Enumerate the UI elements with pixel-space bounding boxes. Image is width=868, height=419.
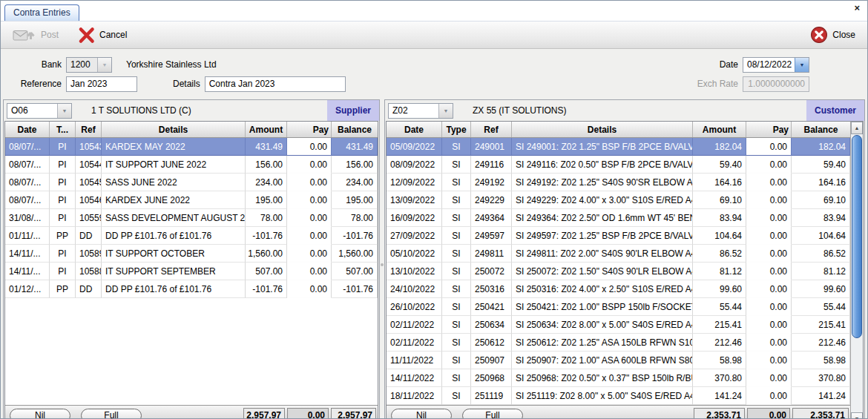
pay-cell[interactable]: 0.00: [746, 245, 792, 263]
pay-cell[interactable]: 0.00: [287, 263, 332, 280]
pay-cell[interactable]: 0.00: [746, 280, 792, 298]
column-header-balance[interactable]: Balance: [332, 122, 378, 137]
table-row[interactable]: 26/10/2022 SI 250421 SI 250421: Z02 1.00…: [387, 298, 850, 316]
pay-cell[interactable]: 0.00: [746, 369, 792, 387]
scrollbar-thumb[interactable]: [852, 135, 862, 338]
pay-cell[interactable]: 0.00: [746, 156, 792, 174]
table-row[interactable]: 08/07/... PI 10543 KARDEX MAY 2022 431.4…: [5, 138, 378, 156]
table-row[interactable]: 14/11/... PI 10588 IT SUPPORT SEPTEMBER …: [5, 263, 378, 280]
table-row[interactable]: 08/09/2022 SI 249116 SI 249116: Z02 0.50…: [387, 156, 850, 174]
window-close-icon[interactable]: ×: [854, 2, 860, 13]
table-row[interactable]: 31/08/... PI 10559 SASS DEVELOPMENT AUGU…: [5, 209, 378, 227]
table-row[interactable]: 02/11/2022 SI 250634 SI 250634: Z02 8.00…: [387, 316, 850, 334]
pay-cell[interactable]: 0.00: [746, 298, 792, 316]
pay-cell[interactable]: 0.00: [746, 316, 792, 334]
column-header-details[interactable]: Details: [102, 122, 246, 137]
ref-cell: 250316: [471, 280, 512, 298]
table-row[interactable]: 12/09/2022 SI 249192 SI 249192: Z02 1.25…: [387, 174, 850, 191]
date-picker[interactable]: 08/12/2022 ▼: [743, 57, 809, 73]
customer-account-combo[interactable]: Z02 ▼: [388, 103, 453, 119]
pay-cell[interactable]: 0.00: [746, 387, 792, 405]
pay-cell[interactable]: 0.00: [746, 263, 792, 280]
table-row[interactable]: 13/10/2022 SI 250072 SI 250072: Z02 1.50…: [387, 263, 850, 280]
table-row[interactable]: 01/12/... PP DD DD PP £101.76 of £101.76…: [5, 280, 378, 298]
table-row[interactable]: 11/11/2022 SI 250907 SI 250907: Z02 1.00…: [387, 352, 850, 369]
table-row[interactable]: 08/07/... PI 10545 SASS JUNE 2022 234.00…: [5, 174, 378, 191]
close-button[interactable]: Close: [806, 24, 860, 45]
cancel-button[interactable]: Cancel: [73, 25, 131, 45]
table-row[interactable]: 14/11/... PI 10589 IT SUPPORT OCTOBER 1,…: [5, 245, 378, 263]
details-cell: SI 249229: Z02 4.00" x 3.00" S10S E/RED …: [512, 191, 693, 209]
column-header-type[interactable]: T...: [50, 122, 76, 137]
column-header-ref[interactable]: Ref: [76, 122, 102, 137]
column-header-pay[interactable]: Pay: [287, 122, 332, 137]
table-row[interactable]: 16/09/2022 SI 249364 SI 249364: Z02 2.50…: [387, 209, 850, 227]
table-row[interactable]: 05/10/2022 SI 249811 SI 249811: Z02 2.00…: [387, 245, 850, 263]
nil-button[interactable]: Nil: [391, 409, 452, 419]
details-input[interactable]: [205, 76, 346, 92]
tab-contra-entries[interactable]: Contra Entries: [4, 4, 79, 21]
pay-cell[interactable]: 0.00: [287, 191, 332, 209]
pay-cell[interactable]: 0.00: [287, 245, 332, 263]
column-header-balance[interactable]: Balance: [792, 122, 850, 137]
ref-cell: 10543: [76, 138, 102, 156]
pay-cell[interactable]: 0.00: [746, 191, 792, 209]
pay-cell[interactable]: 0.00: [287, 174, 332, 191]
table-row[interactable]: 02/11/2022 SI 250612 SI 250612: Z02 1.25…: [387, 334, 850, 352]
table-row[interactable]: 08/07/... PI 10544 IT SUPPORT JUNE 2022 …: [5, 156, 378, 174]
panel-splitter[interactable]: [380, 99, 384, 419]
balance-cell: 164.16: [792, 174, 850, 191]
table-row[interactable]: 05/09/2022 SI 249001 SI 249001: Z02 1.25…: [387, 138, 850, 156]
scrollbar-track[interactable]: [851, 134, 863, 412]
pay-cell[interactable]: 0.00: [746, 227, 792, 245]
table-row[interactable]: 24/10/2022 SI 250316 SI 250316: Z02 4.00…: [387, 280, 850, 298]
pay-total: 0.00: [747, 408, 790, 419]
vertical-scrollbar[interactable]: ▲ ▼: [850, 122, 863, 419]
scroll-up-icon[interactable]: ▲: [851, 122, 863, 134]
column-header-type[interactable]: Type: [442, 122, 471, 137]
pay-cell[interactable]: 0.00: [746, 138, 792, 156]
nil-button[interactable]: Nil: [10, 409, 70, 419]
supplier-account-combo[interactable]: O06 ▼: [7, 103, 72, 119]
pay-cell[interactable]: 0.00: [287, 138, 332, 156]
ref-cell: 10588: [76, 263, 102, 280]
column-header-amount[interactable]: Amount: [246, 122, 287, 137]
date-cell: 02/11/2022: [387, 316, 442, 334]
balance-cell: -101.76: [332, 280, 378, 298]
table-row[interactable]: 01/11/... PP DD DD PP £101.76 of £101.76…: [5, 227, 378, 245]
column-header-amount[interactable]: Amount: [693, 122, 746, 137]
column-header-ref[interactable]: Ref: [471, 122, 512, 137]
column-header-details[interactable]: Details: [512, 122, 693, 137]
table-row[interactable]: 13/09/2022 SI 249229 SI 249229: Z02 4.00…: [387, 191, 850, 209]
column-header-date[interactable]: Date: [5, 122, 50, 137]
pay-cell[interactable]: 0.00: [746, 174, 792, 191]
table-row[interactable]: 18/11/2022 SI 251119 SI 251119: Z02 8.00…: [387, 387, 850, 405]
cancel-label: Cancel: [99, 30, 127, 40]
table-row[interactable]: 14/11/2022 SI 250968 SI 250968: Z02 0.50…: [387, 369, 850, 387]
post-button[interactable]: Post: [8, 26, 63, 44]
pay-cell[interactable]: 0.00: [287, 209, 332, 227]
date-cell: 08/07/...: [5, 138, 50, 156]
full-button[interactable]: Full: [81, 409, 142, 419]
balance-cell: 141.24: [792, 387, 850, 405]
full-button[interactable]: Full: [462, 409, 523, 419]
column-header-pay[interactable]: Pay: [746, 122, 792, 137]
table-row[interactable]: 27/09/2022 SI 249597 SI 249597: Z02 1.25…: [387, 227, 850, 245]
pay-cell[interactable]: 0.00: [287, 227, 332, 245]
details-cell: SI 250316: Z02 4.00" x 2.50" S10S E/RED …: [512, 280, 693, 298]
column-header-date[interactable]: Date: [387, 122, 442, 137]
bank-combo[interactable]: 1200 ▼: [66, 57, 112, 73]
calendar-dropdown-icon[interactable]: ▼: [795, 58, 809, 72]
customer-table: Date Type Ref Details Amount Pay Balance…: [386, 121, 864, 419]
table-row[interactable]: 08/07/... PI 10546 KARDEX JUNE 2022 195.…: [5, 191, 378, 209]
post-envelope-icon: [13, 27, 36, 42]
pay-cell[interactable]: 0.00: [287, 156, 332, 174]
scroll-down-icon[interactable]: ▼: [851, 412, 863, 419]
reference-input[interactable]: [66, 76, 137, 92]
date-cell: 02/11/2022: [387, 334, 442, 352]
pay-cell[interactable]: 0.00: [287, 280, 332, 298]
pay-cell[interactable]: 0.00: [746, 334, 792, 352]
pay-cell[interactable]: 0.00: [746, 209, 792, 227]
customer-table-header: Date Type Ref Details Amount Pay Balance: [387, 122, 850, 138]
pay-cell[interactable]: 0.00: [746, 352, 792, 369]
